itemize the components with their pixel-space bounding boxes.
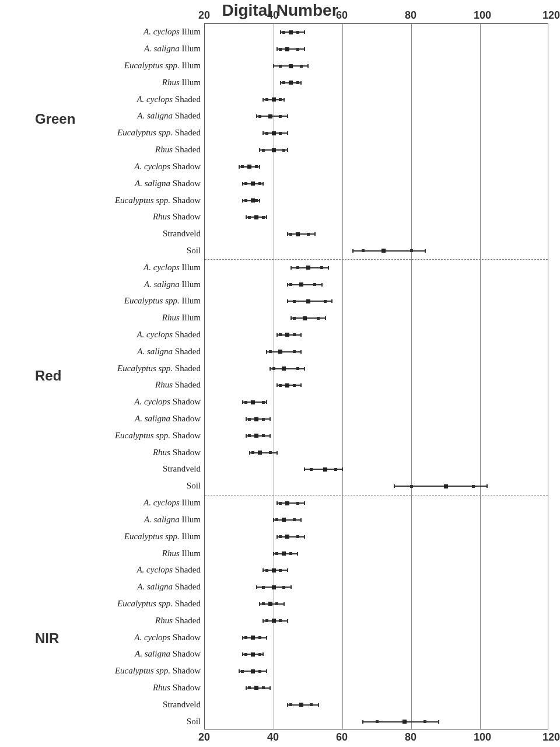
category-label: A. cyclops Shaded: [136, 92, 201, 107]
category-label: A. cyclops Illum: [144, 495, 201, 510]
category-label: A. saligna Shadow: [135, 411, 201, 426]
data-row: [205, 92, 548, 107]
x-tick: 100: [474, 731, 491, 743]
data-row: [205, 479, 548, 494]
axis-title: Digital Number: [222, 1, 338, 20]
data-row: [205, 310, 548, 326]
category-label: Strandveld: [163, 697, 201, 712]
panel-label-red: Red: [35, 368, 61, 384]
data-row: [205, 344, 548, 359]
category-label: Soil: [187, 714, 201, 729]
data-row: [205, 428, 548, 444]
x-tick: 40: [267, 731, 279, 743]
category-label: Eucalyptus spp. Illum: [124, 529, 201, 544]
category-label: Rhus Shadow: [153, 680, 201, 695]
category-label: Eucalyptus spp. Shadow: [115, 428, 201, 443]
data-row: [205, 41, 548, 57]
data-row: [205, 664, 548, 679]
category-label: A. saligna Shaded: [137, 108, 201, 123]
category-label: Eucalyptus spp. Illum: [124, 293, 201, 308]
data-row: [205, 260, 548, 275]
data-row: [205, 630, 548, 645]
data-row: [205, 462, 548, 477]
data-row: [205, 294, 548, 309]
category-label: Rhus Shaded: [155, 142, 201, 157]
category-label: A. saligna Illum: [144, 512, 201, 527]
category-label: Eucalyptus spp. Shaded: [117, 596, 201, 611]
data-row: [205, 361, 548, 376]
data-row: [205, 563, 548, 578]
data-row: [205, 327, 548, 343]
category-label: Rhus Illum: [162, 310, 201, 325]
data-row: [205, 142, 548, 158]
data-row: [205, 109, 548, 124]
category-label: Rhus Shaded: [155, 613, 201, 628]
data-row: [205, 647, 548, 662]
category-label: Eucalyptus spp. Shadow: [115, 193, 201, 208]
category-label: A. saligna Shaded: [137, 579, 201, 594]
data-row: [205, 529, 548, 544]
data-row: [205, 243, 548, 259]
category-label: A. cyclops Shadow: [134, 394, 201, 409]
data-row: [205, 210, 548, 225]
data-row: [205, 495, 548, 511]
data-row: [205, 58, 548, 74]
data-row: [205, 445, 548, 460]
data-row: [205, 226, 548, 242]
x-tick: 80: [405, 731, 416, 743]
category-label: A. saligna Shadow: [135, 646, 201, 661]
category-label: A. cyclops Shaded: [136, 562, 201, 577]
category-label: Strandveld: [163, 226, 201, 241]
data-row: [205, 613, 548, 629]
data-row: [205, 546, 548, 561]
data-row: [205, 512, 548, 528]
category-label: A. saligna Illum: [144, 41, 201, 56]
data-row: [205, 697, 548, 713]
x-tick: 100: [474, 9, 491, 22]
x-tick: 80: [405, 9, 416, 22]
category-label: A. cyclops Shaded: [136, 327, 201, 342]
plot-area: [204, 23, 548, 729]
panel-label-green: Green: [35, 111, 75, 127]
data-row: [205, 193, 548, 208]
category-label: Eucalyptus spp. Shadow: [115, 663, 201, 678]
category-label: Rhus Illum: [162, 546, 201, 561]
category-label: A. saligna Illum: [144, 277, 201, 292]
x-tick: 20: [198, 9, 210, 22]
data-row: [205, 680, 548, 696]
category-label: A. saligna Shaded: [137, 344, 201, 359]
data-row: [205, 411, 548, 427]
panel-label-nir: NIR: [35, 630, 59, 647]
data-row: [205, 176, 548, 191]
data-row: [205, 580, 548, 595]
category-label: A. saligna Shadow: [135, 176, 201, 191]
category-label: Rhus Shaded: [155, 377, 201, 392]
x-tick: 60: [336, 9, 348, 22]
data-row: [205, 277, 548, 292]
category-label: A. cyclops Illum: [144, 24, 201, 39]
category-label: Eucalyptus spp. Illum: [124, 58, 201, 73]
category-label: A. cyclops Illum: [144, 260, 201, 275]
x-tick: 120: [542, 731, 560, 743]
category-label: Eucalyptus spp. Shaded: [117, 361, 201, 376]
x-tick: 40: [267, 9, 279, 22]
data-row: [205, 714, 548, 729]
category-label: Rhus Illum: [162, 75, 201, 90]
category-label: A. cyclops Shadow: [134, 159, 201, 174]
data-row: [205, 125, 548, 141]
x-tick: 120: [542, 9, 560, 22]
data-row: [205, 159, 548, 174]
category-label: Strandveld: [163, 461, 201, 476]
x-tick: 20: [198, 731, 210, 743]
category-label: Soil: [187, 478, 201, 493]
category-label: Rhus Shadow: [153, 445, 201, 460]
x-tick: 60: [336, 731, 348, 743]
category-label: Soil: [187, 243, 201, 258]
data-row: [205, 395, 548, 410]
category-label: Eucalyptus spp. Shaded: [117, 125, 201, 140]
data-row: [205, 75, 548, 90]
category-label: Rhus Shadow: [153, 209, 201, 224]
data-row: [205, 596, 548, 612]
category-label: A. cyclops Shadow: [134, 630, 201, 645]
data-row: [205, 25, 548, 40]
